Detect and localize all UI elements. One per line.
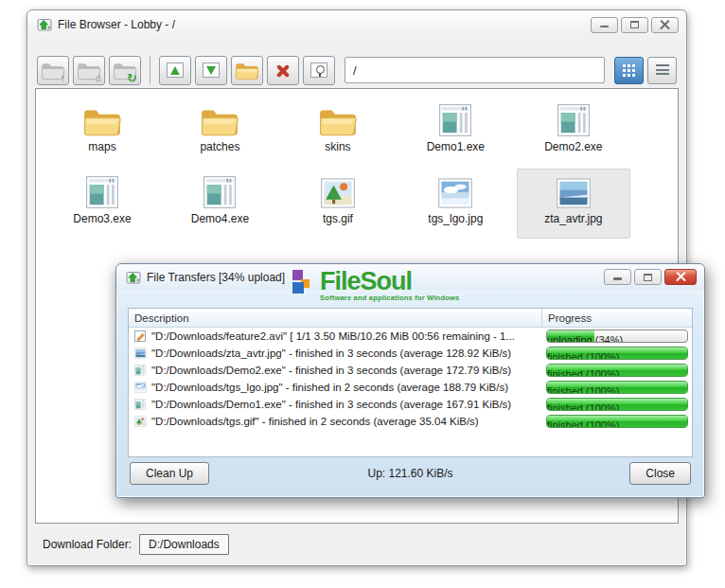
delete-button[interactable] — [267, 56, 299, 85]
gif-file-icon — [133, 415, 147, 428]
close-button[interactable] — [664, 269, 697, 285]
progress-label: uploading (34%) — [547, 334, 623, 343]
upload-speed-text: Up: 121.60 KiB/s — [130, 467, 691, 480]
maximize-icon — [630, 21, 639, 28]
transfer-row[interactable]: "D:/Downloads/Demo1.exe" - finished in 3… — [129, 396, 692, 413]
minimize-button[interactable] — [604, 269, 631, 285]
file-item[interactable]: patches — [163, 97, 276, 167]
search-button[interactable] — [303, 56, 335, 85]
list-view-button[interactable] — [647, 57, 677, 84]
file-item[interactable]: Demo1.exe — [398, 97, 512, 167]
file-item[interactable]: tgs_lgo.jpg — [398, 169, 512, 239]
file-name: tgs_lgo.jpg — [428, 212, 483, 225]
home-icon: ⌂ — [95, 73, 101, 83]
progress-bar: finished (100%) — [546, 381, 688, 394]
jpg-file-icon — [133, 381, 147, 394]
close-icon — [660, 21, 670, 29]
folder-icon — [200, 98, 239, 137]
transfer-description: "D:/Downloads/feature2.avi" [ 1/1 3.50 M… — [151, 330, 542, 342]
file-browser-titlebar[interactable]: File Browser - Lobby - / — [27, 10, 686, 39]
app-icon — [37, 17, 52, 32]
window-controls — [591, 17, 679, 33]
transfer-row[interactable]: "D:/Downloads/Demo2.exe" - finished in 3… — [129, 362, 692, 379]
file-item[interactable]: Demo2.exe — [517, 97, 630, 167]
toolbar: ↑ ⌂ ↻ — [27, 39, 686, 88]
grid-view-icon — [623, 64, 635, 77]
dialog-footer: Clean Up Up: 121.60 KiB/s Close — [130, 462, 691, 485]
exe-file-icon — [438, 98, 472, 137]
toolbar-separator — [150, 56, 150, 84]
jpg-file-icon — [556, 169, 592, 209]
address-bar[interactable] — [345, 57, 605, 83]
download-button[interactable] — [195, 56, 227, 85]
progress-label: finished (100%) — [547, 385, 619, 394]
home-folder-button[interactable]: ⌂ — [73, 56, 105, 85]
upload-button[interactable] — [159, 56, 191, 85]
transfer-row[interactable]: "D:/Downloads/feature2.avi" [ 1/1 3.50 M… — [129, 328, 692, 345]
file-name: tgs.gif — [323, 212, 353, 225]
transfer-row[interactable]: "D:/Downloads/zta_avtr.jpg" - finished i… — [129, 345, 692, 362]
refresh-icon: ↻ — [127, 73, 137, 83]
exe-file-icon — [133, 398, 147, 411]
maximize-button[interactable] — [621, 17, 648, 33]
progress-bar: uploading (34%) — [546, 330, 688, 343]
maximize-button[interactable] — [634, 269, 662, 285]
file-name: Demo4.exe — [191, 212, 249, 225]
exe-file-icon — [85, 169, 119, 209]
desktop: File Browser - Lobby - / ↑ ⌂ ↻ — [0, 0, 725, 588]
file-name: maps — [88, 140, 115, 153]
progress-bar: finished (100%) — [546, 347, 688, 360]
maximize-icon — [644, 274, 652, 281]
transfer-description: "D:/Downloads/Demo2.exe" - finished in 3… — [151, 365, 542, 376]
progress-label: finished (100%) — [547, 402, 619, 411]
file-name: patches — [200, 140, 239, 153]
jpg-file-icon — [133, 347, 147, 360]
dialog-controls — [604, 269, 697, 285]
progress-label: finished (100%) — [547, 351, 619, 360]
clean-up-button[interactable]: Clean Up — [130, 462, 209, 485]
progress-bar: finished (100%) — [546, 364, 688, 377]
new-folder-button[interactable] — [231, 56, 263, 85]
transfer-description: "D:/Downloads/tgs_lgo.jpg" - finished in… — [151, 382, 542, 393]
close-button[interactable] — [651, 17, 679, 33]
file-item[interactable]: Demo4.exe — [163, 169, 276, 239]
column-header-progress[interactable]: Progress — [542, 309, 692, 327]
folder-icon — [235, 61, 259, 80]
transfer-description: "D:/Downloads/zta_avtr.jpg" - finished i… — [151, 347, 542, 359]
exe-file-icon — [203, 169, 237, 209]
window-title: File Browser - Lobby - / — [58, 18, 591, 31]
search-icon — [310, 62, 327, 78]
progress-label: finished (100%) — [547, 368, 619, 377]
file-name: Demo1.exe — [427, 140, 485, 153]
grid-view-button[interactable] — [614, 57, 644, 84]
file-item[interactable]: maps — [45, 97, 159, 167]
minimize-button[interactable] — [591, 17, 618, 33]
file-item-selected[interactable]: zta_avtr.jpg — [517, 169, 630, 239]
delete-icon — [275, 63, 291, 77]
parent-folder-button[interactable]: ↑ — [37, 56, 69, 85]
folder-icon — [318, 98, 358, 137]
up-arrow-icon: ↑ — [61, 73, 66, 83]
table-header: Description Progress — [129, 309, 692, 328]
transfers-titlebar[interactable]: File Transfers [34% upload] — [116, 264, 704, 290]
file-name: Demo2.exe — [544, 140, 602, 153]
close-dialog-button[interactable]: Close — [629, 462, 691, 485]
file-transfers-dialog: File Transfers [34% upload] FileSoul Sof… — [115, 263, 705, 498]
transfer-row[interactable]: "D:/Downloads/tgs.gif" - finished in 2 s… — [129, 413, 692, 430]
file-item[interactable]: Demo3.exe — [45, 169, 159, 239]
bottom-bar: Download Folder: D:/Downloads — [27, 524, 686, 565]
file-item[interactable]: tgs.gif — [281, 169, 395, 239]
minimize-icon — [613, 277, 622, 280]
jpg-file-icon — [437, 169, 473, 209]
transfer-row[interactable]: "D:/Downloads/tgs_lgo.jpg" - finished in… — [129, 379, 692, 396]
close-icon — [676, 273, 686, 281]
progress-label: finished (100%) — [547, 419, 619, 428]
download-folder-field[interactable]: D:/Downloads — [139, 534, 229, 555]
list-view-icon — [656, 64, 669, 76]
file-item[interactable]: skins — [281, 97, 395, 167]
exe-file-icon — [133, 364, 147, 377]
folder-icon — [82, 98, 122, 137]
transfer-description: "D:/Downloads/Demo1.exe" - finished in 3… — [151, 399, 542, 410]
column-header-description[interactable]: Description — [129, 309, 542, 327]
refresh-button[interactable]: ↻ — [109, 56, 141, 85]
